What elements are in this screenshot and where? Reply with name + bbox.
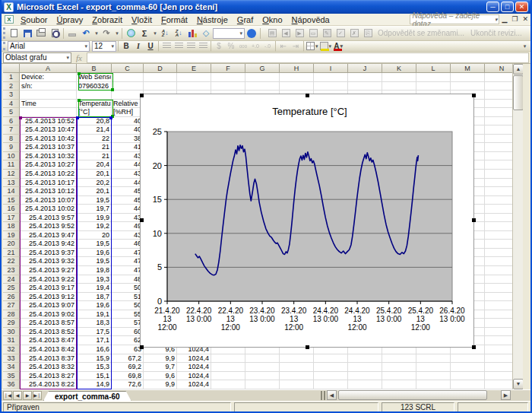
row-header-24[interactable]: 24	[3, 275, 20, 284]
align-right-button[interactable]	[185, 41, 197, 51]
cell-E35[interactable]: 1024,4	[177, 372, 211, 381]
workbook-minimize-button[interactable]: ▁	[499, 14, 509, 24]
formula-input[interactable]	[87, 52, 529, 63]
toolbar-grip[interactable]	[3, 42, 6, 49]
cell-I1[interactable]	[314, 73, 348, 82]
scroll-left-button[interactable]: ◀	[327, 390, 337, 400]
cell-G36[interactable]	[245, 380, 280, 389]
row-header-35[interactable]: 35	[3, 372, 20, 381]
decrease-decimal-button[interactable]: -.0	[261, 41, 274, 51]
cell-B8[interactable]: 22	[77, 135, 112, 144]
cell-A28[interactable]: 25.4.2013 9:02	[20, 310, 77, 319]
cell-G33[interactable]	[245, 354, 280, 364]
column-header-M[interactable]: M	[451, 64, 485, 73]
cell-C7[interactable]: 40	[112, 125, 144, 135]
cell-I34[interactable]	[314, 363, 348, 372]
chart-handle-8[interactable]	[472, 345, 476, 349]
row-header-36[interactable]: 36	[3, 380, 20, 389]
cell-C2[interactable]	[112, 82, 144, 91]
cell-C21[interactable]: 47	[112, 249, 144, 258]
row-header-19[interactable]: 19	[3, 231, 20, 240]
save-button[interactable]	[21, 27, 34, 40]
workbook-icon[interactable]: X	[5, 15, 14, 24]
cell-C11[interactable]: 44	[112, 160, 144, 170]
cell-B27[interactable]: 19,6	[77, 301, 112, 310]
cell-C13[interactable]: 44	[112, 179, 144, 188]
cell-C14[interactable]: 45	[112, 187, 144, 196]
cell-K33[interactable]	[382, 354, 416, 364]
cell-C23[interactable]: 47	[112, 266, 144, 275]
cell-H36[interactable]	[280, 380, 314, 389]
column-header-F[interactable]: F	[211, 64, 245, 73]
cell-D2[interactable]	[144, 82, 177, 91]
row-header-18[interactable]: 18	[3, 222, 20, 231]
cell-C29[interactable]: 57	[112, 319, 144, 328]
toolbar-options-chevron[interactable]: ▾	[518, 41, 530, 51]
cell-M34[interactable]	[451, 363, 485, 372]
cell-C31[interactable]: 62	[112, 336, 144, 345]
cell-B1[interactable]: Web Sensor	[77, 73, 112, 82]
column-header-E[interactable]: E	[177, 64, 211, 73]
row-header-6[interactable]: 6	[3, 117, 20, 126]
cell-B28[interactable]: 19,1	[77, 310, 112, 319]
name-box[interactable]: Oblast grafu ▾	[3, 52, 71, 63]
align-center-button[interactable]	[173, 41, 185, 51]
redo-dropdown-button[interactable]: ▾	[114, 27, 120, 40]
cell-A6[interactable]: 25.4.2013 10:52	[20, 117, 77, 126]
cell-K35[interactable]	[382, 372, 416, 381]
row-header-30[interactable]: 30	[3, 328, 20, 337]
cell-A30[interactable]: 25.4.2013 8:52	[20, 328, 77, 337]
increase-indent-button[interactable]: ⇥	[290, 41, 302, 51]
cell-C9[interactable]: 41	[112, 143, 144, 152]
row-header-8[interactable]: 8	[3, 135, 20, 144]
cell-H34[interactable]	[280, 363, 314, 372]
align-left-button[interactable]	[160, 41, 173, 51]
currency-button[interactable]: $	[213, 41, 225, 51]
cell-B29[interactable]: 18,3	[77, 319, 112, 328]
row-header-29[interactable]: 29	[3, 319, 20, 328]
cell-B9[interactable]: 21	[77, 143, 112, 152]
cell-B19[interactable]: 20	[77, 231, 112, 240]
cell-B3[interactable]	[77, 91, 112, 100]
cell-C22[interactable]: 47	[112, 257, 144, 266]
horizontal-scrollbar[interactable]: ◀ ▶	[319, 390, 514, 400]
toolbar-grip[interactable]	[3, 27, 5, 39]
cell-G1[interactable]	[245, 73, 280, 82]
font-size-combobox[interactable]: 12▾	[92, 41, 116, 52]
cell-B12[interactable]: 20,1	[77, 170, 112, 179]
row-header-10[interactable]: 10	[3, 152, 20, 161]
cell-M2[interactable]	[451, 82, 485, 91]
cell-D36[interactable]: 9,9	[144, 380, 177, 389]
chart-wizard-button[interactable]	[185, 27, 199, 40]
cell-L35[interactable]	[416, 372, 451, 381]
cell-B11[interactable]: 20,4	[77, 160, 112, 170]
row-header-34[interactable]: 34	[3, 363, 20, 372]
row-header-20[interactable]: 20	[3, 240, 20, 249]
insert-function-icon[interactable]: fx	[71, 53, 87, 62]
cell-A7[interactable]: 25.4.2013 10:47	[20, 125, 77, 135]
row-header-33[interactable]: 33	[3, 354, 20, 364]
cell-J33[interactable]	[348, 354, 382, 364]
cell-D33[interactable]: 9,9	[144, 354, 177, 364]
cell-L33[interactable]	[416, 354, 451, 364]
cell-C3[interactable]	[112, 91, 144, 100]
cell-C33[interactable]: 67,2	[112, 354, 144, 364]
review-icon-7[interactable]: ✗	[347, 27, 361, 40]
cell-B33[interactable]: 15,9	[77, 354, 112, 364]
cell-L2[interactable]	[416, 82, 451, 91]
cell-C5[interactable]: [%RH]	[112, 108, 144, 117]
row-header-26[interactable]: 26	[3, 293, 20, 302]
merge-center-button[interactable]	[197, 41, 209, 51]
cell-B26[interactable]: 18,7	[77, 293, 112, 302]
cell-C35[interactable]: 69,8	[112, 372, 144, 381]
scroll-up-button[interactable]: ▲	[513, 64, 523, 75]
cell-B5[interactable]: [°C]	[77, 108, 112, 117]
cell-A36[interactable]: 25.4.2013 8:22	[20, 380, 77, 389]
redo-button[interactable]: ↷	[100, 27, 113, 40]
cell-A10[interactable]: 25.4.2013 10:32	[20, 152, 77, 161]
tab-split-handle[interactable]	[321, 391, 325, 400]
cell-I33[interactable]	[314, 354, 348, 364]
cell-A12[interactable]: 25.4.2013 10:22	[20, 170, 77, 179]
cell-F1[interactable]	[211, 73, 245, 82]
scroll-down-button[interactable]: ▼	[513, 379, 523, 389]
